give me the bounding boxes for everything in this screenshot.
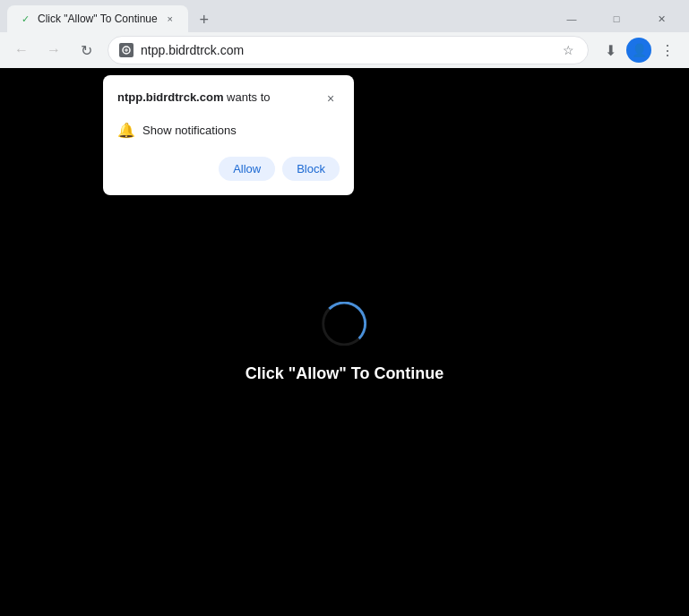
- active-tab[interactable]: ✓ Click "Allow" To Continue ×: [7, 5, 188, 32]
- tab-bar: ✓ Click "Allow" To Continue × + — □ ✕: [0, 0, 689, 32]
- cta-text: Click "Allow" To Continue: [245, 364, 444, 383]
- tab-favicon: ✓: [18, 12, 32, 26]
- popup-header: ntpp.bidrdtrck.com wants to ×: [117, 90, 340, 107]
- download-button[interactable]: ⬇: [596, 36, 624, 64]
- toolbar-right: ⬇ 👤 ⋮: [596, 36, 682, 64]
- allow-button[interactable]: Allow: [219, 157, 275, 181]
- menu-button[interactable]: ⋮: [653, 36, 682, 64]
- maximize-button[interactable]: □: [596, 5, 637, 32]
- loading-container: Click "Allow" To Continue: [245, 302, 444, 383]
- reload-button[interactable]: ↻: [72, 36, 100, 64]
- permission-popup: ntpp.bidrdtrck.com wants to × 🔔 Show not…: [103, 75, 354, 195]
- notification-row: 🔔 Show notifications: [117, 118, 340, 142]
- notification-label: Show notifications: [142, 124, 237, 137]
- minimize-button[interactable]: —: [551, 5, 592, 32]
- tab-close-button[interactable]: ×: [163, 12, 177, 26]
- block-button[interactable]: Block: [282, 157, 340, 181]
- content-area: ntpp.bidrdtrck.com wants to × 🔔 Show not…: [0, 68, 689, 616]
- forward-button[interactable]: →: [39, 36, 68, 64]
- address-bar[interactable]: ntpp.bidrdtrck.com ☆: [108, 36, 589, 64]
- popup-actions: Allow Block: [117, 157, 340, 181]
- tab-list: ✓ Click "Allow" To Continue × +: [7, 5, 551, 32]
- popup-close-button[interactable]: ×: [322, 90, 340, 107]
- tab-title: Click "Allow" To Continue: [38, 13, 158, 25]
- loading-spinner: [322, 302, 366, 346]
- toolbar: ← → ↻ ntpp.bidrdtrck.com ☆ ⬇ 👤 ⋮: [0, 32, 689, 68]
- new-tab-button[interactable]: +: [192, 7, 217, 32]
- address-text: ntpp.bidrdtrck.com: [141, 43, 552, 57]
- site-info-icon[interactable]: [119, 43, 133, 57]
- window-controls: — □ ✕: [551, 5, 682, 32]
- bell-icon: 🔔: [117, 122, 135, 139]
- back-button[interactable]: ←: [7, 36, 36, 64]
- profile-button[interactable]: 👤: [626, 38, 651, 63]
- close-window-button[interactable]: ✕: [641, 5, 682, 32]
- popup-title: ntpp.bidrdtrck.com wants to: [117, 90, 270, 106]
- bookmark-icon[interactable]: ☆: [559, 41, 577, 59]
- browser-window: ✓ Click "Allow" To Continue × + — □ ✕ ← …: [0, 0, 689, 616]
